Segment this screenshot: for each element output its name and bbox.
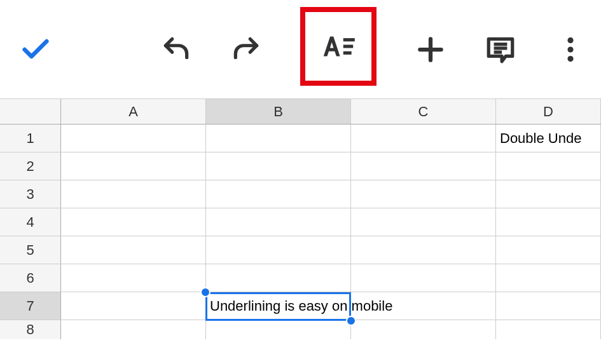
cell-C6[interactable] (351, 264, 496, 292)
cell-C2[interactable] (351, 152, 496, 180)
undo-button[interactable] (160, 30, 192, 69)
row-2: 2 (0, 152, 601, 180)
undo-icon (160, 34, 192, 65)
cell-C4[interactable] (351, 208, 496, 236)
cell-D8[interactable] (496, 320, 601, 339)
insert-button[interactable] (415, 30, 446, 69)
row-6: 6 (0, 264, 601, 292)
cell-A6[interactable] (61, 264, 206, 292)
cell-D2[interactable] (496, 152, 601, 180)
col-header-A[interactable]: A (61, 99, 206, 124)
cell-D7[interactable] (496, 292, 601, 320)
cell-D1-text: Double Unde (500, 130, 581, 147)
redo-button[interactable] (230, 30, 262, 69)
svg-rect-1 (343, 44, 354, 48)
cell-A4[interactable] (61, 208, 206, 236)
cell-A2[interactable] (61, 152, 206, 180)
cell-C8[interactable] (351, 320, 496, 339)
cell-A1[interactable] (61, 125, 206, 152)
svg-point-9 (567, 46, 573, 52)
svg-rect-0 (343, 38, 355, 41)
cell-C1[interactable] (351, 125, 496, 152)
check-icon (19, 33, 52, 66)
row-1: 1 Double Unde (0, 125, 601, 152)
cell-B7[interactable]: Underlining is easy on mobile (206, 292, 351, 320)
svg-point-10 (567, 56, 573, 62)
row-3: 3 (0, 180, 601, 208)
cell-D3[interactable] (496, 180, 601, 208)
cell-D5[interactable] (496, 236, 601, 264)
cell-A8[interactable] (61, 320, 206, 339)
row-header-7[interactable]: 7 (0, 292, 61, 320)
cell-B3[interactable] (206, 180, 351, 208)
comment-icon (485, 34, 516, 65)
row-header-8[interactable]: 8 (0, 320, 61, 339)
col-header-D[interactable]: D (496, 99, 601, 124)
cell-B6[interactable] (206, 264, 351, 292)
row-5: 5 (0, 236, 601, 264)
column-headers-row: A B C D (0, 99, 601, 125)
row-4: 4 (0, 208, 601, 236)
cell-D1[interactable]: Double Unde (496, 125, 601, 152)
row-header-3[interactable]: 3 (0, 180, 61, 208)
row-header-1[interactable]: 1 (0, 125, 61, 152)
text-format-icon (319, 27, 358, 66)
more-vert-icon (555, 34, 586, 65)
cell-A7[interactable] (61, 292, 206, 320)
row-7: 7 Underlining is easy on mobile (0, 292, 601, 320)
row-header-2[interactable]: 2 (0, 152, 61, 180)
selection-handle-bottom-right[interactable] (346, 316, 356, 326)
toolbar (0, 0, 601, 98)
cell-D4[interactable] (496, 208, 601, 236)
cell-B4[interactable] (206, 208, 351, 236)
accept-button[interactable] (19, 30, 52, 69)
plus-icon (415, 34, 446, 65)
cell-B7-text: Underlining is easy on mobile (210, 298, 392, 314)
cell-C3[interactable] (351, 180, 496, 208)
row-8: 8 (0, 320, 601, 339)
format-button-highlight (300, 7, 376, 86)
row-header-5[interactable]: 5 (0, 236, 61, 264)
comment-button[interactable] (485, 30, 516, 69)
cell-D6[interactable] (496, 264, 601, 292)
col-header-C[interactable]: C (351, 99, 496, 124)
cell-A5[interactable] (61, 236, 206, 264)
col-header-B[interactable]: B (206, 99, 351, 124)
cell-B8[interactable] (206, 320, 351, 339)
cell-B2[interactable] (206, 152, 351, 180)
more-button[interactable] (555, 30, 586, 69)
select-all-corner[interactable] (0, 99, 61, 124)
cell-B1[interactable] (206, 125, 351, 152)
cell-A3[interactable] (61, 180, 206, 208)
redo-icon (230, 34, 262, 65)
row-header-4[interactable]: 4 (0, 208, 61, 236)
row-header-6[interactable]: 6 (0, 264, 61, 292)
cell-C5[interactable] (351, 236, 496, 264)
selection-handle-top-left[interactable] (200, 287, 211, 297)
spreadsheet-grid[interactable]: A B C D 1 Double Unde 2 3 4 5 (0, 98, 601, 339)
svg-point-8 (567, 37, 573, 43)
format-button[interactable] (313, 21, 364, 72)
cell-B5[interactable] (206, 236, 351, 264)
svg-rect-2 (343, 51, 352, 54)
